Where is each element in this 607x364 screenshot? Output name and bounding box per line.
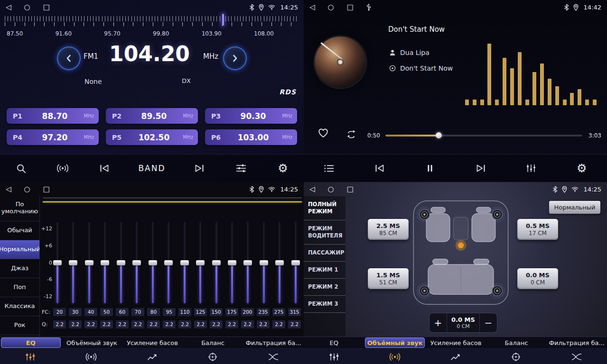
equalizer-button[interactable] xyxy=(523,164,539,173)
delay-front-right-button[interactable]: 0.5 MS 17 CM xyxy=(517,219,558,240)
slider-handle[interactable] xyxy=(196,260,205,265)
slider-handle[interactable] xyxy=(53,260,62,265)
tune-down-button[interactable] xyxy=(57,46,81,70)
recents-button[interactable]: □ xyxy=(347,4,354,11)
eq-band-slider[interactable] xyxy=(132,222,141,303)
tab-surround[interactable]: Объёмный звук xyxy=(365,337,424,348)
delay-increase-button[interactable]: + xyxy=(430,313,447,332)
tab-bass-boost[interactable]: Усиление басов xyxy=(123,337,182,348)
eq-preset-item[interactable]: Нормальный xyxy=(0,240,39,259)
home-button[interactable]: ○ xyxy=(328,186,334,193)
slider-handle[interactable] xyxy=(228,260,236,265)
eq-preset-item[interactable]: По умолчанию xyxy=(0,195,39,221)
eq-preset-item[interactable]: Поп xyxy=(0,278,39,297)
tab-filter[interactable]: Фильтрация ба... xyxy=(548,337,606,348)
eq-band-slider[interactable] xyxy=(228,222,236,303)
tab-bass-boost[interactable]: Усиление басов xyxy=(427,337,485,348)
tab-surround-icon-button[interactable] xyxy=(364,353,425,361)
recents-button[interactable]: □ xyxy=(347,186,354,193)
listening-mode-item[interactable]: ПОЛНЫЙ РЕЖИМ xyxy=(304,196,346,220)
radio-preset-button[interactable]: P3 90.30 MHz xyxy=(205,108,297,124)
tab-balance-icon-button[interactable] xyxy=(486,352,546,362)
eq-band-slider[interactable] xyxy=(53,222,62,303)
slider-handle[interactable] xyxy=(180,260,189,265)
eq-band-slider[interactable] xyxy=(275,222,284,303)
slider-handle[interactable] xyxy=(243,260,252,265)
recents-button[interactable]: □ xyxy=(43,4,50,11)
tune-up-button[interactable] xyxy=(223,46,247,70)
slider-handle[interactable] xyxy=(101,260,109,265)
eq-band-slider[interactable] xyxy=(164,222,173,303)
equalizer-button[interactable] xyxy=(233,164,249,173)
eq-band-slider[interactable] xyxy=(260,222,268,303)
delay-decrease-button[interactable]: − xyxy=(480,313,497,332)
playlist-button[interactable] xyxy=(321,164,337,173)
back-button[interactable]: ◁ xyxy=(6,4,11,11)
home-button[interactable]: ○ xyxy=(24,4,30,11)
seek-handle[interactable] xyxy=(436,132,442,138)
broadcast-button[interactable] xyxy=(55,164,71,173)
slider-handle[interactable] xyxy=(117,260,125,265)
slider-handle[interactable] xyxy=(275,260,284,265)
search-button[interactable] xyxy=(13,163,29,174)
radio-preset-button[interactable]: P4 97.20 MHz xyxy=(7,129,99,145)
slider-handle[interactable] xyxy=(260,260,268,265)
settings-button[interactable]: ⚙ xyxy=(574,163,590,174)
delay-rear-left-button[interactable]: 1.5 MS 51 CM xyxy=(368,268,409,289)
tab-filter-icon-button[interactable] xyxy=(243,353,304,361)
next-station-button[interactable] xyxy=(191,164,207,173)
radio-preset-button[interactable]: P1 88.70 MHz xyxy=(7,108,99,124)
slider-handle[interactable] xyxy=(132,260,141,265)
tab-eq-icon-button[interactable] xyxy=(0,353,61,361)
home-button[interactable]: ○ xyxy=(328,4,334,11)
listening-mode-item[interactable]: РЕЖИМ 3 xyxy=(304,296,346,313)
back-button[interactable]: ◁ xyxy=(309,186,315,193)
tab-surround[interactable]: Объёмный звук xyxy=(63,337,121,348)
settings-button[interactable]: ⚙ xyxy=(275,163,291,174)
eq-band-slider[interactable] xyxy=(212,222,221,303)
eq-preset-item[interactable]: Джаз xyxy=(0,259,39,278)
radio-preset-button[interactable]: P2 89.50 MHz xyxy=(106,108,198,124)
listening-mode-item[interactable]: РЕЖИМ 2 xyxy=(304,279,346,296)
eq-band-slider[interactable] xyxy=(101,222,109,303)
slider-handle[interactable] xyxy=(212,260,221,265)
eq-band-slider[interactable] xyxy=(149,222,157,303)
radio-preset-button[interactable]: P6 103.00 MHz xyxy=(205,129,297,145)
eq-band-slider[interactable] xyxy=(69,222,77,303)
slider-handle[interactable] xyxy=(85,260,93,265)
surround-preset-button[interactable]: Нормальный xyxy=(549,201,600,214)
delay-rear-right-button[interactable]: 0.0 MS 0 CM xyxy=(517,268,558,289)
slider-handle[interactable] xyxy=(69,260,77,265)
back-button[interactable]: ◁ xyxy=(309,4,315,11)
tab-eq[interactable]: EQ xyxy=(305,337,363,348)
repeat-button[interactable] xyxy=(346,130,357,139)
delay-front-left-button[interactable]: 2.5 MS 85 CM xyxy=(368,219,409,240)
eq-band-slider[interactable] xyxy=(85,222,93,303)
previous-track-button[interactable] xyxy=(372,164,388,173)
recents-button[interactable]: □ xyxy=(43,186,50,193)
tab-bass-icon-button[interactable] xyxy=(425,353,486,361)
tab-eq[interactable]: EQ xyxy=(1,337,61,348)
tab-balance-icon-button[interactable] xyxy=(182,352,243,362)
favorite-button[interactable] xyxy=(317,127,329,138)
slider-handle[interactable] xyxy=(149,260,157,265)
next-track-button[interactable] xyxy=(473,164,489,173)
eq-band-slider[interactable] xyxy=(117,222,125,303)
eq-preset-item[interactable]: Рок xyxy=(0,316,39,335)
tab-balance[interactable]: Баланс xyxy=(184,337,243,348)
pause-button[interactable] xyxy=(422,164,438,173)
tab-bass-icon-button[interactable] xyxy=(121,353,182,361)
tab-balance[interactable]: Баланс xyxy=(487,337,545,348)
eq-preset-item[interactable]: Классика xyxy=(0,297,39,316)
listening-mode-item[interactable]: РЕЖИМ ВОДИТЕЛЯ xyxy=(304,220,346,245)
back-button[interactable]: ◁ xyxy=(6,186,11,193)
listening-mode-item[interactable]: ПАССАЖИР xyxy=(304,245,346,262)
tab-filter[interactable]: Фильтрация ба... xyxy=(244,337,303,348)
listening-mode-item[interactable]: РЕЖИМ 1 xyxy=(304,262,346,279)
eq-band-slider[interactable] xyxy=(243,222,252,303)
previous-station-button[interactable] xyxy=(96,164,112,173)
slider-handle[interactable] xyxy=(291,260,300,265)
eq-band-slider[interactable] xyxy=(291,222,300,303)
home-button[interactable]: ○ xyxy=(24,186,30,193)
eq-preset-item[interactable]: Обычай xyxy=(0,221,39,240)
